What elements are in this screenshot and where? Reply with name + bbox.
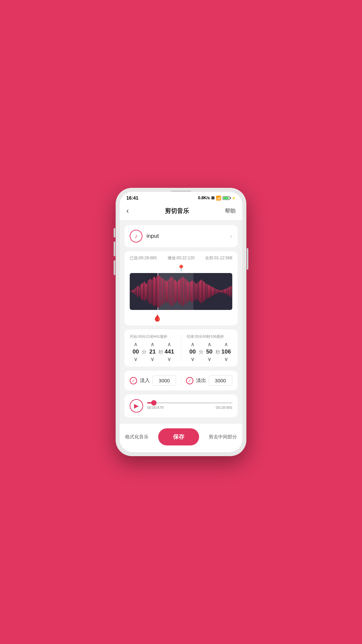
end-sec-col: ∧ 50 ∨ [205, 342, 214, 362]
fade-out-label: 淡出 [196, 377, 206, 384]
end-sec-value: 50 [205, 348, 214, 355]
start-min-sep: 分 [142, 348, 146, 355]
start-sec-up[interactable]: ∧ [150, 342, 155, 347]
chevron-right-icon: › [230, 233, 232, 240]
playback-track[interactable] [147, 402, 232, 404]
file-card: ♪ input › [124, 225, 238, 247]
waveform-display[interactable] [130, 273, 232, 310]
fade-row: ✓ 淡入 ✓ 淡出 [130, 375, 232, 386]
time-editor-row: 开始:00分21秒441毫秒 ∧ 00 ∨ 分 ∧ 21 ∨ [130, 334, 232, 362]
play-icon: ▶ [134, 402, 139, 410]
waveform-bars [130, 273, 232, 310]
file-name: input [146, 233, 159, 239]
current-time: 00:00:679 [147, 406, 164, 410]
end-min-down[interactable]: ∨ [191, 357, 195, 362]
fade-in-checkbox[interactable]: ✓ [130, 377, 137, 384]
music-note-icon: ♪ [135, 233, 138, 240]
time-editor-card: 开始:00分21秒441毫秒 ∧ 00 ∨ 分 ∧ 21 ∨ [124, 329, 238, 367]
end-sec-sep: 秒 [216, 348, 220, 355]
end-sec-down[interactable]: ∨ [207, 357, 212, 362]
top-playhead-pin[interactable]: 📍 [177, 264, 185, 272]
app-header: ‹ 剪切音乐 帮助 [120, 203, 242, 220]
bottom-bar: 格式化音乐 保存 剪去中间部分 [120, 423, 242, 452]
start-time-block: 开始:00分21秒441毫秒 ∧ 00 ∨ 分 ∧ 21 ∨ [130, 334, 176, 362]
end-time-label: 结束:00分50秒106毫秒 [187, 334, 233, 339]
network-speed: 0.8K/s [198, 196, 210, 200]
charging-icon: ⚡ [232, 196, 236, 200]
end-ms-up[interactable]: ∧ [224, 342, 228, 347]
status-time: 16:41 [126, 195, 138, 201]
start-sec-down[interactable]: ∨ [150, 357, 155, 362]
fade-in-item: ✓ 淡入 [130, 375, 176, 386]
start-sec-col: ∧ 21 ∨ [148, 342, 157, 362]
battery-fill [223, 197, 229, 199]
fade-out-input[interactable] [209, 375, 232, 386]
end-min-up[interactable]: ∧ [191, 342, 195, 347]
end-time-block: 结束:00分50秒106毫秒 ∧ 00 ∨ 分 ∧ 50 ∨ [187, 334, 233, 362]
wifi-icon: 📶 [216, 196, 221, 201]
battery-body [223, 196, 230, 200]
playback-card: ▶ 00:00:679 00:28:665 [124, 394, 238, 417]
save-button[interactable]: 保存 [158, 428, 199, 445]
total-time: 全部:01:12:568 [205, 255, 232, 261]
status-bar: 16:41 0.8K/s ⊠ 📶 ⚡ [120, 192, 242, 203]
battery-tip [230, 197, 231, 199]
battery-icon: ⚡ [223, 196, 236, 200]
time-divider [181, 334, 181, 362]
total-duration: 00:28:665 [216, 406, 232, 410]
fade-out-checkbox[interactable]: ✓ [186, 377, 193, 384]
playback-thumb[interactable] [151, 400, 157, 406]
end-min-col: ∧ 00 ∨ [188, 342, 197, 362]
fade-in-input[interactable] [153, 375, 176, 386]
selected-time: 已选:00:28:665 [130, 255, 157, 261]
end-time-controls: ∧ 00 ∨ 分 ∧ 50 ∨ 秒 [187, 342, 233, 362]
end-sec-up[interactable]: ∧ [207, 342, 212, 347]
start-min-up[interactable]: ∧ [134, 342, 138, 347]
start-ms-col: ∧ 441 ∨ [165, 342, 174, 362]
power-button[interactable] [247, 248, 248, 270]
waveform-card: 已选:00:28:665 播放:00:22:120 全部:01:12:568 📍 [124, 251, 238, 325]
start-min-down[interactable]: ∨ [134, 357, 138, 362]
phone-shell: 16:41 0.8K/s ⊠ 📶 ⚡ ‹ 剪切音乐 帮助 [116, 188, 246, 456]
format-music-button[interactable]: 格式化音乐 [125, 434, 148, 440]
start-ms-up[interactable]: ∧ [167, 342, 171, 347]
start-ms-down[interactable]: ∨ [167, 357, 171, 362]
fade-divider [181, 376, 181, 386]
volume-down-button[interactable] [114, 260, 115, 275]
start-min-col: ∧ 00 ∨ [131, 342, 140, 362]
trim-middle-button[interactable]: 剪去中间部分 [209, 434, 237, 440]
status-icons: 0.8K/s ⊠ 📶 ⚡ [198, 196, 236, 201]
playback-row: ▶ 00:00:679 00:28:665 [130, 399, 232, 413]
page-title: 剪切音乐 [165, 207, 189, 215]
playback-slider-area: 00:00:679 00:28:665 [147, 402, 232, 410]
signal-icon: ⊠ [211, 196, 215, 200]
file-row[interactable]: ♪ input › [130, 230, 232, 243]
start-min-value: 00 [131, 348, 140, 355]
fade-out-item: ✓ 淡出 [186, 375, 233, 386]
end-ms-col: ∧ 106 ∨ [222, 342, 231, 362]
file-info: ♪ input [130, 230, 159, 243]
play-button[interactable]: ▶ [130, 399, 143, 413]
end-ms-down[interactable]: ∨ [224, 357, 228, 362]
phone-screen: 16:41 0.8K/s ⊠ 📶 ⚡ ‹ 剪切音乐 帮助 [120, 192, 242, 452]
playback-times: 00:00:679 00:28:665 [147, 406, 232, 410]
start-sec-sep: 秒 [159, 348, 163, 355]
start-sec-value: 21 [148, 348, 157, 355]
start-time-controls: ∧ 00 ∨ 分 ∧ 21 ∨ 秒 [130, 342, 176, 362]
volume-mute-button[interactable] [114, 228, 115, 237]
start-ms-value: 441 [165, 348, 174, 355]
start-time-label: 开始:00分21秒441毫秒 [130, 334, 176, 339]
end-ms-value: 106 [222, 348, 231, 355]
volume-up-button[interactable] [114, 241, 115, 256]
fade-in-label: 淡入 [140, 377, 150, 384]
fade-card: ✓ 淡入 ✓ 淡出 [124, 371, 238, 390]
back-button[interactable]: ‹ [126, 207, 129, 215]
content-area: ♪ input › 已选:00:28:665 播放:00:22:120 全部:0… [120, 220, 242, 422]
music-icon: ♪ [130, 230, 142, 243]
waveform-info: 已选:00:28:665 播放:00:22:120 全部:01:12:568 [130, 255, 232, 261]
help-button[interactable]: 帮助 [225, 208, 236, 215]
playback-time: 播放:00:22:120 [168, 255, 195, 261]
end-min-sep: 分 [199, 348, 203, 355]
end-min-value: 00 [188, 348, 197, 355]
bottom-trim-pin[interactable]: 🩸 [153, 314, 162, 322]
